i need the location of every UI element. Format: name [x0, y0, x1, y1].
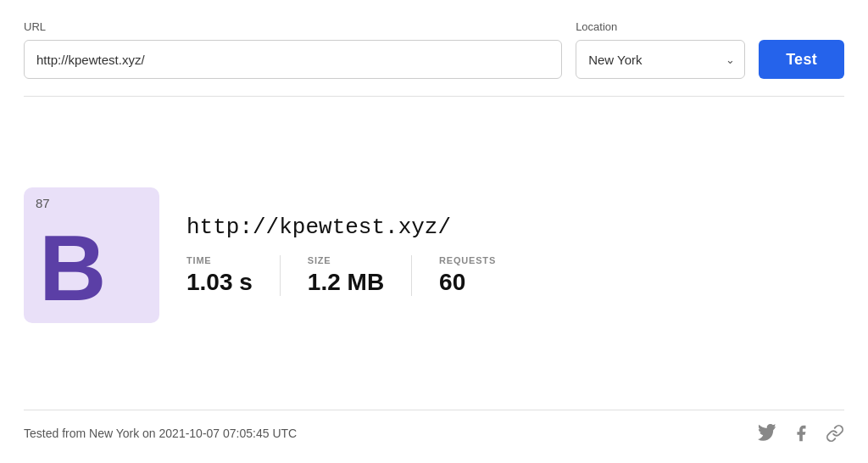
- grade-letter: B: [39, 221, 106, 315]
- grade-box: 87 B: [24, 187, 159, 323]
- location-select[interactable]: New YorkLos AngelesLondonSingaporeSydney: [576, 40, 745, 79]
- copy-link-icon[interactable]: [826, 424, 844, 443]
- test-button[interactable]: Test: [759, 40, 844, 79]
- twitter-icon[interactable]: [758, 424, 776, 443]
- metric-item: REQUESTS 60: [439, 255, 496, 296]
- url-label: URL: [24, 20, 562, 33]
- grade-score: 87: [36, 196, 50, 210]
- top-bar: URL Location New YorkLos AngelesLondonSi…: [24, 20, 844, 97]
- metric-label: SIZE: [308, 255, 384, 265]
- metrics-row: TIME 1.03 s SIZE 1.2 MB REQUESTS 60: [186, 255, 496, 296]
- result-details: http://kpewtest.xyz/ TIME 1.03 s SIZE 1.…: [186, 215, 496, 296]
- metric-value: 1.03 s: [186, 269, 253, 296]
- url-group: URL: [24, 20, 562, 79]
- location-label: Location: [576, 20, 745, 33]
- metric-label: REQUESTS: [439, 255, 496, 265]
- metric-label: TIME: [186, 255, 253, 265]
- metric-item: TIME 1.03 s: [186, 255, 281, 296]
- metric-value: 1.2 MB: [308, 269, 384, 296]
- footer: Tested from New York on 2021-10-07 07:05…: [24, 410, 844, 443]
- metric-item: SIZE 1.2 MB: [308, 255, 412, 296]
- result-section: 87 B http://kpewtest.xyz/ TIME 1.03 s SI…: [24, 97, 844, 410]
- facebook-icon[interactable]: [792, 424, 810, 443]
- share-icons: [758, 424, 844, 443]
- result-url: http://kpewtest.xyz/: [186, 215, 496, 240]
- location-group: Location New YorkLos AngelesLondonSingap…: [576, 20, 745, 79]
- metric-value: 60: [439, 269, 496, 296]
- location-select-wrapper: New YorkLos AngelesLondonSingaporeSydney…: [576, 40, 745, 79]
- footer-tested-text: Tested from New York on 2021-10-07 07:05…: [24, 427, 297, 440]
- url-input[interactable]: [24, 40, 562, 79]
